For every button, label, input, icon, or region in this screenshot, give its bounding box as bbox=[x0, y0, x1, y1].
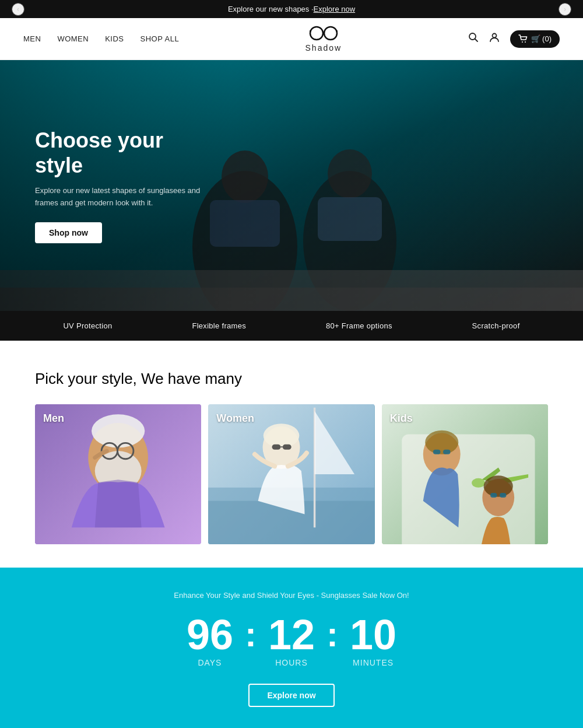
countdown-section: Enhance Your Style and Shield Your Eyes … bbox=[0, 568, 583, 728]
category-men[interactable]: Men bbox=[35, 404, 201, 544]
hero-subtitle: Explore our new latest shapes of sunglas… bbox=[35, 185, 210, 209]
nav-actions: 🛒 (0) bbox=[468, 30, 560, 48]
feature-scratch: Scratch-proof bbox=[472, 321, 520, 330]
hero-title: Choose your style bbox=[35, 128, 210, 178]
svg-point-1 bbox=[324, 27, 337, 40]
svg-point-41 bbox=[425, 430, 458, 454]
countdown-hours-label: HOURS bbox=[268, 658, 315, 667]
features-bar: UV Protection Flexible frames 80+ Frame … bbox=[0, 311, 583, 341]
svg-point-7 bbox=[492, 34, 496, 38]
category-women[interactable]: Women bbox=[208, 404, 374, 544]
chevron-left-icon: ‹ bbox=[17, 5, 19, 13]
nav-shop-all[interactable]: SHOP ALL bbox=[141, 34, 180, 43]
svg-point-45 bbox=[483, 475, 512, 497]
svg-line-6 bbox=[475, 39, 477, 42]
nav-links: MEN WOMEN KIDS SHOP ALL bbox=[23, 34, 179, 43]
countdown-hours-number: 12 bbox=[268, 614, 315, 656]
account-icon[interactable] bbox=[489, 32, 500, 46]
feature-uv: UV Protection bbox=[63, 321, 112, 330]
cart-count: 🛒 (0) bbox=[531, 34, 552, 43]
countdown-explore-button[interactable]: Explore now bbox=[248, 684, 334, 707]
cart-button[interactable]: 🛒 (0) bbox=[510, 30, 560, 48]
svg-point-9 bbox=[525, 41, 526, 43]
category-kids-label: Kids bbox=[390, 412, 413, 425]
category-men-label: Men bbox=[43, 412, 64, 425]
countdown-colon-2: : bbox=[326, 617, 338, 664]
svg-point-33 bbox=[264, 424, 300, 447]
logo-text: Shadow bbox=[305, 43, 342, 52]
announcement-prev-button[interactable]: ‹ bbox=[12, 3, 24, 16]
svg-point-8 bbox=[522, 41, 523, 43]
nav-kids[interactable]: KIDS bbox=[105, 34, 124, 43]
logo-icon bbox=[309, 25, 338, 46]
countdown-days: 96 DAYS bbox=[187, 614, 233, 667]
chevron-right-icon: › bbox=[564, 5, 566, 13]
svg-rect-47 bbox=[500, 493, 506, 498]
pick-heading-bold: Pick your style, bbox=[35, 370, 137, 387]
announcement-bar: ‹ Explore our new shapes · Explore now › bbox=[0, 0, 583, 18]
svg-rect-43 bbox=[443, 450, 451, 454]
svg-rect-34 bbox=[272, 444, 281, 450]
feature-flexible: Flexible frames bbox=[192, 321, 246, 330]
navigation: MEN WOMEN KIDS SHOP ALL Shadow 🛒 (0) bbox=[0, 18, 583, 60]
svg-rect-42 bbox=[433, 450, 441, 454]
svg-rect-46 bbox=[490, 493, 497, 498]
svg-point-39 bbox=[472, 478, 485, 488]
hero-section: Choose your style Explore our new latest… bbox=[0, 60, 583, 311]
countdown-hours: 12 HOURS bbox=[268, 614, 315, 667]
countdown-timer: 96 DAYS : 12 HOURS : 10 MINUTES bbox=[35, 614, 548, 667]
pick-style-section: Pick your style, We have many bbox=[0, 341, 583, 568]
countdown-minutes-number: 10 bbox=[350, 614, 396, 656]
pick-heading: Pick your style, We have many bbox=[35, 370, 548, 388]
logo[interactable]: Shadow bbox=[305, 25, 342, 52]
nav-men[interactable]: MEN bbox=[23, 34, 41, 43]
countdown-subtitle: Enhance Your Style and Shield Your Eyes … bbox=[35, 591, 548, 600]
countdown-colon-1: : bbox=[245, 617, 257, 664]
countdown-days-label: DAYS bbox=[187, 658, 233, 667]
countdown-minutes-label: MINUTES bbox=[350, 658, 396, 667]
category-kids[interactable]: Kids bbox=[382, 404, 548, 544]
svg-point-0 bbox=[310, 27, 323, 40]
pick-heading-light: We have many bbox=[141, 370, 242, 387]
hero-content: Choose your style Explore our new latest… bbox=[0, 128, 245, 243]
svg-rect-35 bbox=[283, 444, 292, 450]
search-icon[interactable] bbox=[468, 32, 479, 46]
categories-grid: Men bbox=[35, 404, 548, 544]
feature-frames: 80+ Frame options bbox=[326, 321, 392, 330]
category-women-label: Women bbox=[216, 412, 254, 425]
announcement-next-button[interactable]: › bbox=[559, 3, 571, 16]
countdown-days-number: 96 bbox=[187, 614, 233, 656]
announcement-link[interactable]: Explore now bbox=[314, 5, 356, 13]
announcement-text: Explore our new shapes · bbox=[228, 5, 314, 13]
hero-cta-button[interactable]: Shop now bbox=[35, 222, 102, 243]
svg-point-23 bbox=[92, 414, 145, 447]
nav-women[interactable]: WOMEN bbox=[57, 34, 89, 43]
countdown-minutes: 10 MINUTES bbox=[350, 614, 396, 667]
svg-rect-38 bbox=[402, 435, 535, 544]
